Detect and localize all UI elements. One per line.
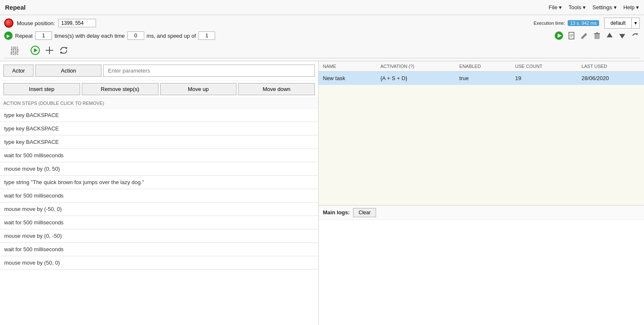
repeat-row: ▶ Repeat times(s) with delay each time m…: [4, 30, 640, 41]
action-steps-label: ACTION STEPS (DOUBLE CLICK TO REMOVE): [0, 98, 318, 109]
content-area: Actor Action Insert step Remove step(s) …: [0, 61, 644, 325]
step-item[interactable]: mouse move by (50, 0): [0, 256, 318, 270]
delete-icon-btn[interactable]: [592, 31, 602, 41]
task-table: NAME ACTIVATION (?) ENABLED USE COUNT LA…: [319, 61, 644, 85]
menu-help[interactable]: Help ▾: [623, 4, 639, 10]
redo-icon-btn[interactable]: [630, 31, 640, 41]
step-item[interactable]: type string "The quick brown fox jumps o…: [0, 176, 318, 189]
new-script-icon-btn[interactable]: [567, 31, 577, 41]
table-spacer: [319, 85, 644, 205]
col-enabled: ENABLED: [455, 61, 511, 72]
task-cell-name: New task: [319, 72, 376, 85]
step-buttons-row: Insert step Remove step(s) Move up Move …: [0, 81, 318, 98]
right-icon-toolbar: [553, 30, 640, 41]
logs-header: Main logs: Clear: [319, 205, 644, 220]
action-button[interactable]: Action: [35, 65, 101, 77]
svg-marker-20: [34, 48, 38, 52]
speed-input[interactable]: [198, 31, 215, 40]
play-button-small[interactable]: ▶: [4, 31, 13, 40]
play-icon-btn[interactable]: [553, 30, 564, 41]
task-row[interactable]: New task{A + S + D}true1928/06/2020: [319, 72, 644, 85]
default-dropdown-arrow[interactable]: ▾: [632, 18, 640, 29]
mouse-left: Mouse position:: [4, 18, 96, 28]
move-down-icon-btn[interactable]: [617, 31, 627, 41]
execution-time-badge: 13 s, 942 ms: [568, 20, 599, 26]
move-down-button[interactable]: Move down: [238, 83, 315, 95]
steps-list: type key BACKSPACEtype key BACKSPACEtype…: [0, 109, 318, 325]
actor-action-row: Actor Action: [0, 61, 318, 81]
execution-time-label: Execution time:: [534, 21, 565, 26]
svg-text:0101: 0101: [10, 52, 18, 55]
repeat-label: Repeat: [15, 33, 33, 39]
step-item[interactable]: wait for 500 milliseconds: [0, 189, 318, 203]
col-last-used: LAST USED: [577, 61, 644, 72]
main-layout: Mouse position: Execution time: 13 s, 94…: [0, 15, 644, 325]
move-up-icon-btn[interactable]: [605, 31, 615, 41]
logs-content: [319, 220, 644, 325]
script-icon-row: 1001 1010 0101: [4, 43, 640, 58]
step-item[interactable]: mouse move by (-50, 0): [0, 203, 318, 216]
repeat-count-input[interactable]: [35, 31, 52, 40]
refresh-icon-btn[interactable]: [57, 44, 70, 56]
col-activation: ACTIVATION (?): [376, 61, 455, 72]
step-item[interactable]: mouse move by (0, -50): [0, 229, 318, 243]
menu-file[interactable]: File ▾: [549, 4, 562, 10]
execution-time: Execution time: 13 s, 942 ms: [534, 20, 599, 26]
task-cell-last_used: 28/06/2020: [577, 72, 644, 85]
app-title: Repeal: [5, 4, 26, 11]
logs-label: Main logs:: [323, 209, 350, 216]
step-item[interactable]: wait for 500 milliseconds: [0, 149, 318, 162]
menu-tools[interactable]: Tools ▾: [569, 4, 586, 10]
default-btn-group: default ▾: [604, 18, 640, 29]
logs-area: Main logs: Clear: [319, 205, 644, 325]
default-button[interactable]: default: [604, 18, 632, 29]
binary-icon-btn[interactable]: 1001 1010 0101: [8, 44, 28, 56]
step-item[interactable]: type key BACKSPACE: [0, 109, 318, 122]
svg-marker-13: [607, 33, 613, 37]
task-cell-enabled: true: [455, 72, 511, 85]
menu-items: File ▾ Tools ▾ Settings ▾ Help ▾: [549, 4, 639, 10]
repeat-left: ▶ Repeat times(s) with delay each time m…: [4, 31, 215, 40]
step-item[interactable]: wait for 500 milliseconds: [0, 216, 318, 229]
insert-step-button[interactable]: Insert step: [3, 83, 80, 95]
top-controls: Mouse position: Execution time: 13 s, 94…: [0, 15, 644, 61]
play-circle-btn[interactable]: [29, 44, 42, 56]
task-cell-activation: {A + S + D}: [376, 72, 455, 85]
times-label: times(s) with delay each time: [55, 33, 125, 39]
svg-rect-8: [595, 34, 599, 39]
remove-step-button[interactable]: Remove step(s): [82, 83, 158, 95]
mouse-position-label: Mouse position:: [17, 20, 55, 26]
delay-input[interactable]: [127, 31, 144, 40]
col-name: NAME: [319, 61, 376, 72]
mouse-position-input[interactable]: [58, 19, 96, 27]
ms-label: ms, and speed up of: [147, 33, 196, 39]
edit-icon-btn[interactable]: [579, 31, 589, 41]
menubar: Repeal File ▾ Tools ▾ Settings ▾ Help ▾: [0, 0, 644, 15]
move-up-button[interactable]: Move up: [160, 83, 237, 95]
clear-logs-button[interactable]: Clear: [353, 208, 376, 217]
col-use-count: USE COUNT: [511, 61, 577, 72]
right-panel: NAME ACTIVATION (?) ENABLED USE COUNT LA…: [319, 61, 644, 325]
step-item[interactable]: type key BACKSPACE: [0, 122, 318, 135]
step-item[interactable]: type key BACKSPACE: [0, 135, 318, 149]
stop-icon-btn[interactable]: [43, 44, 56, 56]
menu-settings[interactable]: Settings ▾: [592, 4, 617, 10]
svg-marker-14: [619, 34, 625, 39]
step-item[interactable]: mouse move by (0, 50): [0, 162, 318, 176]
params-input[interactable]: [103, 65, 315, 77]
step-item[interactable]: wait for 500 milliseconds: [0, 243, 318, 256]
left-panel: Actor Action Insert step Remove step(s) …: [0, 61, 319, 325]
task-cell-use_count: 19: [511, 72, 577, 85]
mouse-row: Mouse position: Execution time: 13 s, 94…: [4, 18, 640, 29]
actor-button[interactable]: Actor: [3, 65, 34, 77]
record-indicator: [4, 18, 13, 28]
